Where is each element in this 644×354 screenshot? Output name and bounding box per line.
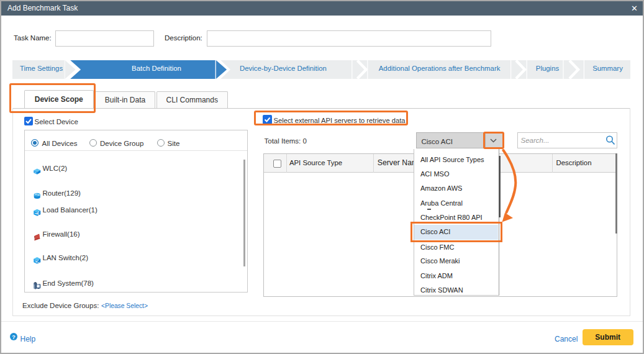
svg-text:Summary: Summary <box>592 65 623 72</box>
svg-text:Batch Definition: Batch Definition <box>132 65 181 72</box>
svg-text:?: ? <box>12 334 16 340</box>
svg-text:Device-by-Device Definition: Device-by-Device Definition <box>240 65 327 72</box>
svg-text:Plugins: Plugins <box>536 65 560 72</box>
svg-text:Additional Operations after Be: Additional Operations after Benchmark <box>379 65 501 72</box>
svg-text:Time Settings: Time Settings <box>20 65 63 72</box>
